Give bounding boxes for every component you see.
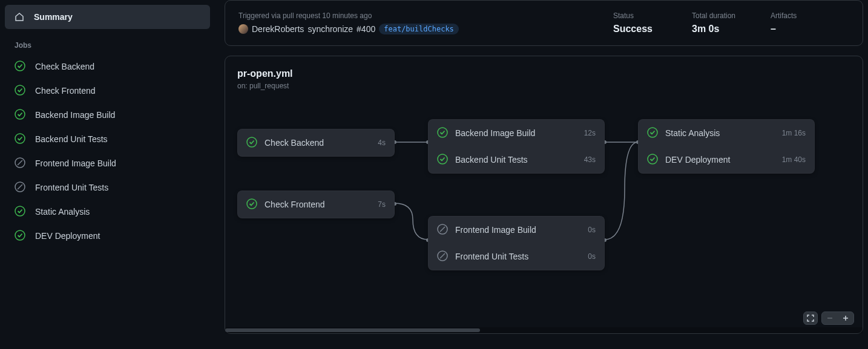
- sidebar-jobs-heading: Jobs: [5, 34, 210, 54]
- minus-icon: [826, 315, 833, 322]
- svg-point-2: [15, 109, 25, 119]
- svg-point-18: [648, 128, 657, 137]
- job-node-label: Static Analysis: [665, 128, 782, 138]
- check-circle-icon: [437, 127, 448, 140]
- horizontal-scrollbar[interactable]: [225, 327, 863, 333]
- check-circle-icon: [647, 127, 658, 140]
- sidebar-item-label: Backend Image Build: [35, 110, 115, 120]
- status-label: Status: [613, 11, 692, 20]
- job-node-frontend-image-build[interactable]: Frontend Image Build0s: [429, 217, 604, 243]
- sidebar-item-label: Frontend Image Build: [35, 158, 116, 168]
- job-node-label: Check Backend: [265, 138, 378, 148]
- svg-point-11: [247, 199, 257, 209]
- job-node-static-analysis[interactable]: Static Analysis1m 16s: [639, 120, 814, 146]
- job-node-backend-unit-tests[interactable]: Backend Unit Tests43s: [429, 146, 604, 173]
- zoom-group: [821, 311, 854, 325]
- sidebar-item-static-analysis[interactable]: Static Analysis: [5, 200, 210, 224]
- job-node-check-frontend[interactable]: Check Frontend7s: [238, 191, 394, 218]
- job-node-duration: 1m 16s: [782, 129, 806, 137]
- svg-line-5: [18, 160, 22, 165]
- svg-point-3: [15, 134, 25, 143]
- trigger-text: Triggered via pull request 10 minutes ag…: [238, 11, 613, 20]
- duration-label: Total duration: [692, 11, 771, 20]
- svg-point-1: [15, 85, 25, 95]
- run-header-panel: Triggered via pull request 10 minutes ag…: [225, 0, 863, 46]
- pr-number[interactable]: #400: [357, 24, 375, 34]
- svg-point-0: [15, 61, 25, 71]
- workflow-panel: pr-open.yml on: pull_request: [225, 56, 863, 334]
- skip-icon: [437, 224, 448, 236]
- sidebar-item-frontend-image-build[interactable]: Frontend Image Build: [5, 151, 210, 175]
- sidebar-item-label: Check Backend: [35, 62, 94, 71]
- job-node-label: Frontend Image Build: [455, 225, 588, 235]
- sidebar-summary-label: Summary: [34, 12, 73, 22]
- skip-icon: [15, 157, 25, 170]
- job-node-duration: 43s: [584, 155, 596, 164]
- scrollbar-thumb[interactable]: [225, 328, 480, 332]
- action-text: synchronize: [307, 24, 353, 34]
- zoom-out-button[interactable]: [822, 311, 838, 325]
- job-node-label: Check Frontend: [265, 200, 378, 209]
- job-node-duration: 1m 40s: [782, 155, 806, 164]
- zoom-in-button[interactable]: [838, 311, 853, 325]
- home-icon: [15, 12, 24, 22]
- check-circle-icon: [437, 154, 448, 166]
- avatar: [238, 24, 248, 34]
- job-node-dev-deployment[interactable]: DEV Deployment1m 40s: [639, 146, 814, 173]
- sidebar-item-frontend-unit-tests[interactable]: Frontend Unit Tests: [5, 175, 210, 200]
- check-circle-icon: [246, 137, 257, 149]
- job-node-label: Frontend Unit Tests: [455, 252, 588, 261]
- fullscreen-button[interactable]: [803, 311, 818, 325]
- check-circle-icon: [15, 133, 25, 146]
- fullscreen-icon: [807, 315, 814, 322]
- branch-tag[interactable]: feat/buildChecks: [379, 24, 459, 34]
- check-circle-icon: [15, 85, 25, 97]
- check-circle-icon: [15, 60, 25, 73]
- job-node-duration: 4s: [378, 139, 386, 147]
- job-node-duration: 0s: [588, 252, 596, 261]
- svg-point-9: [15, 230, 25, 240]
- sidebar-summary[interactable]: Summary: [5, 5, 210, 29]
- sidebar-item-check-backend[interactable]: Check Backend: [5, 54, 210, 79]
- sidebar-item-label: Frontend Unit Tests: [35, 183, 108, 192]
- sidebar-item-label: DEV Deployment: [35, 231, 100, 241]
- duration-value[interactable]: 3m 0s: [692, 24, 771, 34]
- sidebar-item-backend-unit-tests[interactable]: Backend Unit Tests: [5, 127, 210, 151]
- sidebar-item-backend-image-build[interactable]: Backend Image Build: [5, 103, 210, 127]
- sidebar-item-label: Backend Unit Tests: [35, 134, 108, 144]
- svg-point-19: [648, 154, 657, 164]
- svg-line-7: [18, 184, 22, 189]
- job-node-label: DEV Deployment: [665, 155, 782, 165]
- sidebar-item-label: Check Frontend: [35, 86, 96, 96]
- check-circle-icon: [246, 198, 257, 211]
- actor-name[interactable]: DerekRoberts: [252, 24, 304, 34]
- sidebar-item-label: Static Analysis: [35, 207, 90, 217]
- job-node-label: Backend Image Build: [455, 128, 584, 138]
- job-node-backend-image-build[interactable]: Backend Image Build12s: [429, 120, 604, 146]
- job-node-duration: 7s: [378, 200, 386, 209]
- svg-line-17: [440, 253, 445, 258]
- artifacts-label: Artifacts: [771, 11, 849, 20]
- check-circle-icon: [647, 154, 658, 166]
- svg-point-10: [247, 137, 257, 147]
- plus-icon: [842, 315, 849, 322]
- job-node-label: Backend Unit Tests: [455, 155, 584, 165]
- job-node-frontend-unit-tests[interactable]: Frontend Unit Tests0s: [429, 243, 604, 270]
- artifacts-value: –: [771, 24, 849, 34]
- sidebar-item-dev-deployment[interactable]: DEV Deployment: [5, 224, 210, 248]
- check-circle-icon: [15, 109, 25, 122]
- svg-line-15: [440, 227, 445, 232]
- svg-point-13: [438, 154, 447, 164]
- job-node-check-backend[interactable]: Check Backend4s: [238, 129, 394, 156]
- check-circle-icon: [15, 230, 25, 243]
- job-node-duration: 12s: [584, 129, 596, 137]
- svg-point-12: [438, 128, 447, 137]
- sidebar-item-check-frontend[interactable]: Check Frontend: [5, 79, 210, 103]
- skip-icon: [437, 250, 448, 263]
- job-node-duration: 0s: [588, 226, 596, 234]
- status-value: Success: [613, 24, 692, 34]
- svg-point-8: [15, 206, 25, 216]
- check-circle-icon: [15, 206, 25, 218]
- skip-icon: [15, 181, 25, 194]
